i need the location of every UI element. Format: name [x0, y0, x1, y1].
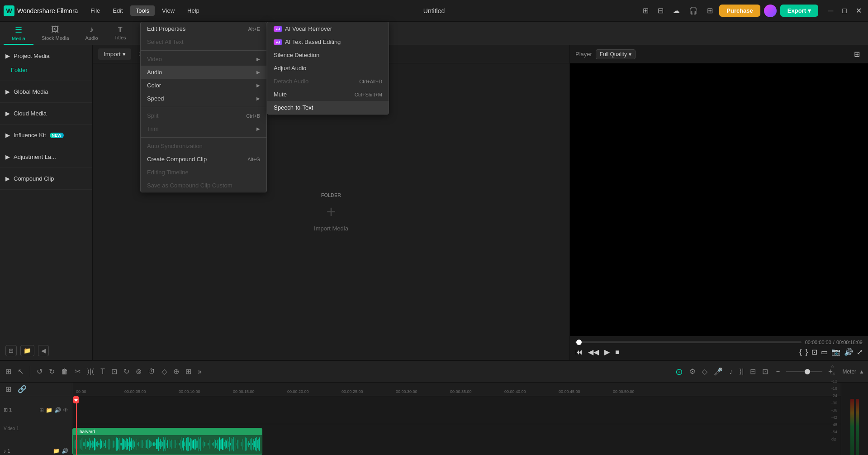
toolbar-icon-3[interactable]: ☁: [670, 5, 683, 16]
menu-item-create-compound-clip[interactable]: Create Compound Clip Alt+G: [141, 153, 266, 166]
menu-item-speed[interactable]: Speed ▶: [141, 92, 266, 105]
timeline-pip-button[interactable]: ⊟: [748, 365, 758, 378]
timeline-cut-button[interactable]: ✂: [73, 365, 82, 378]
timeline-more-button[interactable]: »: [196, 366, 204, 378]
tab-stock-media[interactable]: 🖼 Stock Media: [33, 22, 77, 45]
player-frame-back-button[interactable]: ◀◀: [588, 348, 599, 356]
timeline-mic-button[interactable]: 🎤: [712, 365, 725, 378]
player-scrubber[interactable]: [575, 341, 802, 343]
toolbar-icon-1[interactable]: ⊞: [640, 5, 651, 16]
timeline-split-audio-button[interactable]: ⟩|⟨: [85, 365, 96, 378]
menu-item-audio[interactable]: Audio ▶: [141, 66, 266, 79]
player-volume-button[interactable]: 🔊: [844, 348, 853, 356]
tab-audio[interactable]: ♪ Audio: [77, 22, 106, 45]
timeline-timer-button[interactable]: ⏱: [146, 366, 157, 378]
menu-edit[interactable]: Edit: [107, 5, 128, 16]
add-track-button[interactable]: ⊞: [4, 383, 13, 395]
audio-track-volume-icon[interactable]: 🔊: [62, 448, 68, 454]
video-track-eye-icon[interactable]: 👁: [63, 407, 68, 413]
timeline-delete-button[interactable]: 🗑: [59, 366, 70, 378]
timeline-shield-button[interactable]: ◇: [700, 365, 709, 378]
waveform-bar: [229, 437, 230, 451]
tab-media[interactable]: ☰ Media: [4, 22, 33, 45]
maximize-button[interactable]: □: [840, 5, 849, 16]
sidebar-item-folder[interactable]: Folder: [0, 63, 92, 77]
menu-item-ai-vocal-remover[interactable]: AI AI Vocal Remover: [267, 22, 389, 35]
timeline-redo-button[interactable]: ↻: [47, 365, 57, 378]
timeline-effects-button[interactable]: ⊞: [184, 365, 193, 378]
menu-item-video[interactable]: Video ▶: [141, 53, 266, 66]
timeline-select-button[interactable]: ↖: [16, 365, 25, 378]
split-shortcut: Ctrl+B: [246, 113, 260, 119]
menu-item-color[interactable]: Color ▶: [141, 79, 266, 92]
timeline-keyframe-button[interactable]: ⊡: [760, 365, 770, 378]
sidebar-item-project-media[interactable]: ▶ Project Media: [0, 49, 92, 63]
player-skip-back-button[interactable]: ⏮: [575, 348, 583, 356]
video-track-add-icon[interactable]: ⊞: [39, 407, 44, 413]
player-crop-button[interactable]: ⊡: [811, 348, 817, 356]
timeline-text-button[interactable]: T: [99, 366, 107, 378]
sidebar-item-influence-kit[interactable]: ▶ Influence Kit NEW: [0, 128, 92, 142]
player-stop-button[interactable]: ■: [615, 348, 620, 356]
sidebar-item-global-media[interactable]: ▶ Global Media: [0, 85, 92, 99]
player-quality-selector[interactable]: Full Quality ▾: [596, 49, 636, 59]
panel-collapse-button[interactable]: ◀: [38, 345, 49, 356]
player-snapshot-button[interactable]: 📷: [831, 348, 840, 356]
timeline-zoom-out-button[interactable]: －: [773, 365, 783, 378]
time-mark-40: 00:00:40:00: [504, 389, 526, 394]
video-track-folder-icon[interactable]: 📁: [46, 407, 52, 413]
minimize-button[interactable]: ─: [825, 5, 836, 16]
timeline-undo-button[interactable]: ↺: [35, 365, 44, 378]
user-avatar[interactable]: [764, 5, 777, 17]
menu-tools[interactable]: Tools: [130, 5, 155, 16]
meter-bar-r: [856, 399, 859, 455]
player-fullscreen-button[interactable]: ⤢: [857, 348, 863, 356]
timeline-crop-button[interactable]: ⊡: [109, 365, 119, 378]
tab-titles[interactable]: T Titles: [106, 22, 134, 45]
timeline-add-track-button[interactable]: ⊞: [4, 365, 13, 378]
player-play-button[interactable]: ▶: [604, 348, 610, 356]
link-tracks-button[interactable]: 🔗: [16, 383, 28, 395]
player-resolution-button[interactable]: ▭: [821, 348, 828, 356]
export-button[interactable]: Export ▾: [780, 5, 818, 17]
timeline-rotate-button[interactable]: ↻: [122, 365, 131, 378]
menu-item-edit-properties[interactable]: Edit Properties Alt+E: [141, 22, 266, 35]
toolbar-icon-4[interactable]: 🎧: [686, 5, 701, 16]
audio-track-folder-icon[interactable]: 📁: [53, 448, 60, 454]
video-track-volume-icon[interactable]: 🔊: [54, 407, 61, 413]
panel-new-folder-button[interactable]: ⊞: [5, 345, 17, 356]
timeline-settings-button[interactable]: ⚙: [688, 365, 697, 378]
menu-item-silence-detection[interactable]: Silence Detection: [267, 48, 389, 62]
import-button[interactable]: Import ▾: [98, 48, 131, 60]
menu-view[interactable]: View: [157, 5, 180, 16]
menu-item-adjust-audio[interactable]: Adjust Audio: [267, 62, 389, 75]
panel-folder-button[interactable]: 📁: [20, 345, 34, 356]
player-expand-button[interactable]: ⊞: [851, 49, 863, 59]
sidebar-item-adjustment-layer[interactable]: ▶ Adjustment La...: [0, 150, 92, 164]
menu-item-mute[interactable]: Mute Ctrl+Shift+M: [267, 88, 389, 101]
timeline-link-button[interactable]: ⊚: [134, 365, 143, 378]
timeline-mask-button[interactable]: ◇: [160, 365, 169, 378]
scrubber-handle[interactable]: [576, 340, 582, 345]
waveform-bar: [86, 441, 86, 447]
sidebar-item-compound-clip[interactable]: ▶ Compound Clip: [0, 172, 92, 186]
menu-help[interactable]: Help: [182, 5, 205, 16]
zoom-slider[interactable]: [786, 371, 822, 372]
audio-clip-harvard[interactable]: ♪ harvard: [72, 428, 262, 455]
timeline-record-button[interactable]: ⊙: [674, 364, 685, 379]
sidebar-item-cloud-media[interactable]: ▶ Cloud Media: [0, 106, 92, 120]
player-in-mark-button[interactable]: {: [799, 348, 802, 356]
toolbar-icon-5[interactable]: ⊞: [704, 5, 716, 16]
waveform-bar: [159, 442, 160, 446]
player-out-mark-button[interactable]: }: [806, 348, 808, 356]
timeline-split-clip-button[interactable]: ⟩|: [737, 365, 745, 378]
playhead[interactable]: [76, 396, 77, 455]
menu-file[interactable]: File: [85, 5, 105, 16]
timeline-color-button[interactable]: ⊕: [171, 365, 181, 378]
menu-item-speech-to-text[interactable]: Speech-to-Text: [267, 101, 389, 114]
timeline-audio-button[interactable]: ♪: [727, 366, 735, 378]
toolbar-icon-2[interactable]: ⊟: [655, 5, 666, 16]
purchase-button[interactable]: Purchase: [719, 5, 760, 17]
close-button[interactable]: ✕: [853, 5, 864, 16]
menu-item-ai-text-editing[interactable]: AI AI Text Based Editing: [267, 35, 389, 48]
